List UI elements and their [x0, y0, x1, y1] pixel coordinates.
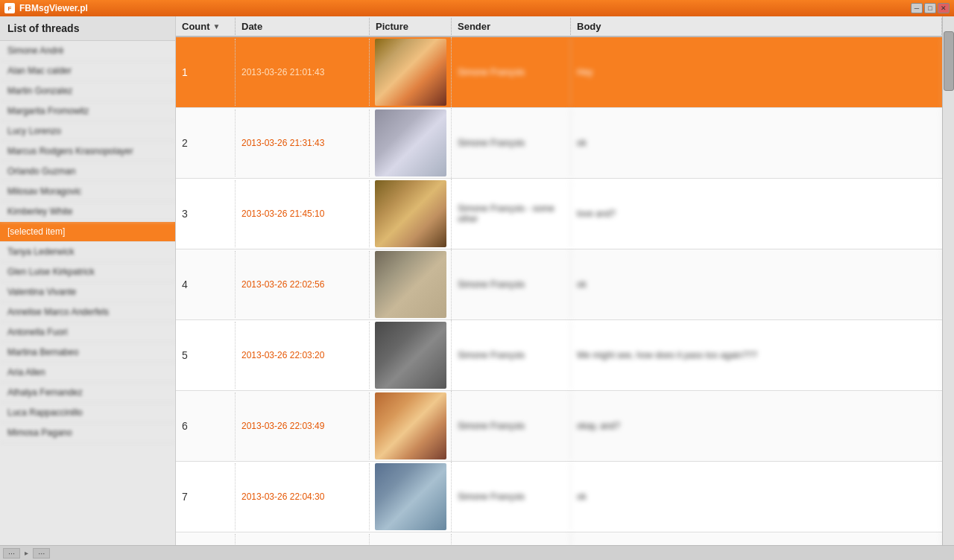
cell-date-6: 2013-03-26 22:03:49 [236, 392, 370, 459]
table-row[interactable]: 62013-03-26 22:03:49Simone Françoisokay,… [176, 391, 942, 462]
col-sender-label: Sender [458, 21, 490, 32]
sidebar-item-12[interactable]: Glen Luise Kirkpatrick [0, 262, 175, 282]
sidebar-item-2[interactable]: Alan Mac calder [0, 61, 175, 81]
table-row[interactable]: 12013-03-26 21:01:43Simone FrançoisHey [176, 37, 942, 108]
cell-count-8: 8 [176, 534, 236, 545]
cell-count-4: 4 [176, 251, 236, 318]
sort-arrow-count: ▼ [213, 22, 221, 31]
status-segment-left: ··· [3, 548, 20, 559]
cell-body-3: love and? [571, 180, 942, 247]
cell-picture-4 [370, 249, 452, 319]
cell-picture-2 [370, 108, 452, 178]
cell-body-7: ok [571, 463, 942, 530]
sidebar-item-6[interactable]: Marcus Rodgers Krasnopolayer [0, 141, 175, 162]
col-header-date[interactable]: Date [236, 18, 370, 35]
sidebar-item-9[interactable]: Kimberley White [0, 202, 175, 222]
cell-picture-8 [370, 534, 452, 545]
cell-count-2: 2 [176, 109, 236, 176]
cell-sender-3: Simone François - some other [452, 180, 571, 247]
cell-date-3: 2013-03-26 21:45:10 [236, 180, 370, 247]
status-mid-text: ··· [38, 549, 45, 558]
col-body-label: Body [577, 21, 601, 32]
window-controls: ─ □ ✕ [911, 3, 950, 13]
table-header: Count ▼ Date Picture Sender Body [176, 16, 942, 37]
table-row[interactable]: 32013-03-26 21:45:10Simone François - so… [176, 179, 942, 249]
sidebar-header: List of threads [0, 16, 175, 41]
sidebar-item-10[interactable]: [selected item] [0, 222, 175, 242]
cell-body-8: ... [571, 534, 942, 545]
cell-count-3: 3 [176, 180, 236, 247]
col-header-picture[interactable]: Picture [370, 18, 452, 35]
table-row[interactable]: 82013-03-26 22:05:03...... [176, 532, 942, 545]
cell-date-4: 2013-03-26 22:02:56 [236, 251, 370, 318]
cell-picture-3 [370, 179, 452, 249]
table-row[interactable]: 42013-03-26 22:02:56Simone Françoisok [176, 249, 942, 320]
minimize-button[interactable]: ─ [911, 3, 923, 13]
sidebar-items-list: Simone AndrèAlan Mac calderMartin Gonzal… [0, 41, 175, 443]
maximize-button[interactable]: □ [924, 3, 936, 13]
col-header-body[interactable]: Body [571, 18, 942, 35]
cell-count-1: 1 [176, 39, 236, 106]
sidebar-item-8[interactable]: Milosav Moragovic [0, 182, 175, 202]
status-segment-middle: ··· [33, 548, 50, 559]
app-icon-letter: F [8, 5, 12, 12]
sidebar-item-13[interactable]: Valentina Vivante [0, 282, 175, 302]
table-area: Count ▼ Date Picture Sender Body 12013-0… [176, 16, 942, 545]
cell-body-1: Hey [571, 39, 942, 106]
sidebar-item-3[interactable]: Martin Gonzalez [0, 81, 175, 101]
cell-picture-6 [370, 391, 452, 461]
sidebar-item-1[interactable]: Simone Andrè [0, 41, 175, 61]
title-bar: F FBMsgViewer.pl ─ □ ✕ [0, 0, 954, 16]
cell-sender-4: Simone François [452, 251, 571, 318]
sidebar-item-14[interactable]: Annelise Marco Anderfels [0, 302, 175, 322]
sidebar-item-7[interactable]: Orlando Guzman [0, 162, 175, 182]
window-title: FBMsgViewer.pl [19, 3, 906, 13]
sidebar-item-18[interactable]: Athalya Fernandez [0, 383, 175, 403]
sidebar-item-4[interactable]: Margarita Fromowitz [0, 101, 175, 121]
cell-sender-1: Simone François [452, 39, 571, 106]
col-header-sender[interactable]: Sender [452, 18, 571, 35]
close-button[interactable]: ✕ [938, 3, 950, 13]
col-picture-label: Picture [376, 21, 408, 32]
cell-count-5: 5 [176, 322, 236, 389]
cell-picture-1 [370, 37, 452, 107]
cell-count-7: 7 [176, 463, 236, 530]
col-count-label: Count [182, 21, 210, 32]
sidebar-item-20[interactable]: Mimosa Pagano [0, 423, 175, 443]
sidebar-item-11[interactable]: Tanya Lederwick [0, 242, 175, 262]
cell-body-6: okay, and? [571, 392, 942, 459]
cell-sender-5: Simone François [452, 322, 571, 389]
sidebar: List of threads Simone AndrèAlan Mac cal… [0, 16, 176, 545]
status-left-text: ··· [8, 549, 15, 558]
status-bar: ··· ▸ ··· [0, 545, 954, 560]
sidebar-item-17[interactable]: Aria Allen [0, 363, 175, 383]
main-container: List of threads Simone AndrèAlan Mac cal… [0, 16, 954, 545]
cell-date-7: 2013-03-26 22:04:30 [236, 463, 370, 530]
sidebar-item-19[interactable]: Luca Rappaccinillo [0, 403, 175, 423]
cell-body-5: We might see, how does it pass too again… [571, 322, 942, 389]
cell-sender-7: Simone François [452, 463, 571, 530]
cell-body-4: ok [571, 251, 942, 318]
right-scrollbar[interactable] [942, 16, 954, 545]
sidebar-item-5[interactable]: Lucy Lorenzo [0, 121, 175, 141]
cell-date-1: 2013-03-26 21:01:43 [236, 39, 370, 106]
sidebar-item-16[interactable]: Martina Bernabeo [0, 343, 175, 363]
sidebar-item-15[interactable]: Antonella Fuori [0, 322, 175, 343]
scrollbar-thumb[interactable] [944, 31, 954, 91]
table-row[interactable]: 72013-03-26 22:04:30Simone Françoisok [176, 462, 942, 532]
cell-body-2: ok [571, 109, 942, 176]
table-row[interactable]: 52013-03-26 22:03:20Simone FrançoisWe mi… [176, 320, 942, 391]
table-body: 12013-03-26 21:01:43Simone FrançoisHey22… [176, 37, 942, 545]
table-row[interactable]: 22013-03-26 21:31:43Simone Françoisok [176, 108, 942, 179]
cell-picture-7 [370, 462, 452, 532]
cell-date-8: 2013-03-26 22:05:03 [236, 534, 370, 545]
col-header-count[interactable]: Count ▼ [176, 18, 236, 35]
cell-sender-2: Simone François [452, 109, 571, 176]
cell-sender-8: ... [452, 534, 571, 545]
app-icon: F [4, 3, 15, 13]
cell-date-5: 2013-03-26 22:03:20 [236, 322, 370, 389]
cell-picture-5 [370, 320, 452, 390]
col-date-label: Date [241, 21, 262, 32]
cell-count-6: 6 [176, 392, 236, 459]
cell-date-2: 2013-03-26 21:31:43 [236, 109, 370, 176]
